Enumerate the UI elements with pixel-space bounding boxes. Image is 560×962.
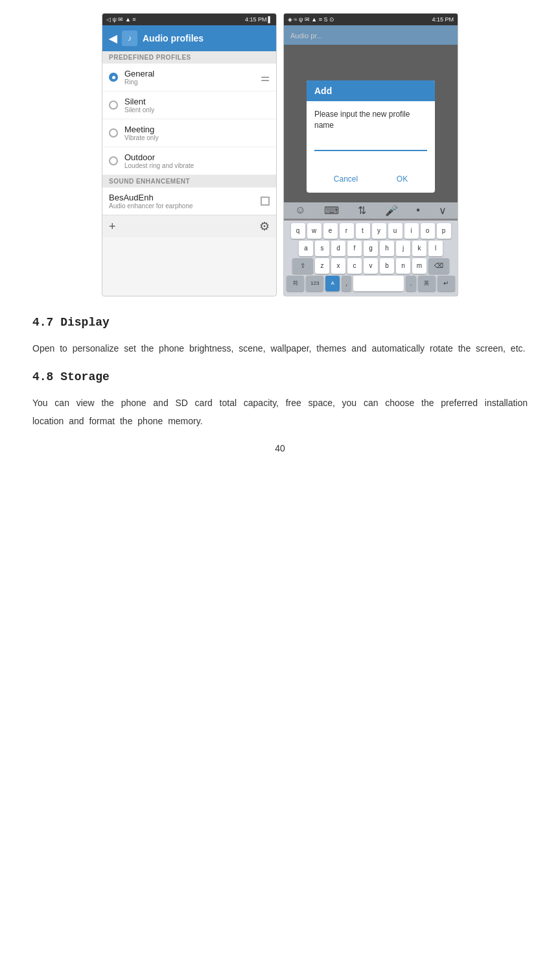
general-settings-icon[interactable]: ⚌ [261, 71, 270, 84]
profile-name-input[interactable] [314, 138, 427, 151]
key-v[interactable]: v [364, 258, 378, 274]
key-q[interactable]: q [291, 223, 305, 239]
keyboard-tool-chevron[interactable]: ∨ [439, 204, 447, 217]
section-48: 4.8 Storage You can view the phone and S… [26, 370, 534, 430]
dialog-cancel-button[interactable]: Cancel [323, 172, 368, 186]
key-l[interactable]: l [428, 241, 443, 256]
key-o[interactable]: o [421, 223, 435, 239]
left-header-title: Audio profiles [143, 33, 204, 43]
general-profile-text: General Ring [124, 69, 254, 86]
right-status-bar: ◈ ≈ ψ ✉ ▲ ≡ S ⊙ 4:15 PM [284, 14, 458, 25]
key-lang-icon[interactable]: A [325, 276, 339, 291]
silent-radio[interactable] [109, 101, 118, 110]
dialog-prompt: Please input the new profile name [314, 109, 427, 131]
key-backspace[interactable]: ⌫ [428, 258, 449, 274]
key-space[interactable] [353, 276, 404, 291]
key-r[interactable]: r [340, 223, 354, 239]
right-app-header-bg: Audio pr... [284, 25, 458, 45]
left-status-left-text: ◁ ψ ✉ ▲ ≡ [106, 16, 136, 23]
key-123[interactable]: 123 [306, 276, 323, 291]
key-c[interactable]: c [347, 258, 362, 274]
key-h[interactable]: h [380, 241, 394, 256]
outdoor-profile-sub: Loudest ring and vibrate [124, 162, 270, 169]
right-status-left: ◈ ≈ ψ ✉ ▲ ≡ S ⊙ [288, 16, 334, 23]
key-english[interactable]: 英 [418, 276, 436, 291]
besaudenh-checkbox[interactable] [261, 197, 270, 206]
key-period[interactable]: . [406, 276, 416, 291]
key-f[interactable]: f [347, 241, 362, 256]
screenshots-row: ◁ ψ ✉ ▲ ≡ 4:15 PM ▌ ◀ ♪ Audio profiles P… [26, 13, 534, 296]
back-arrow-icon[interactable]: ◀ [109, 32, 117, 45]
besaudenh-name: BesAudEnh [109, 193, 254, 202]
key-x[interactable]: x [331, 258, 345, 274]
key-j[interactable]: j [396, 241, 410, 256]
key-shift[interactable]: ⇧ [292, 258, 313, 274]
silent-profile-sub: Silent only [124, 106, 270, 114]
key-b[interactable]: b [380, 258, 394, 274]
meeting-radio[interactable] [109, 128, 118, 138]
profile-settings-button[interactable]: ⚙ [259, 219, 270, 234]
key-y[interactable]: y [372, 223, 386, 239]
right-status-left-text: ◈ ≈ ψ ✉ ▲ ≡ S ⊙ [288, 16, 334, 23]
meeting-profile-item[interactable]: Meeting Vibrate only [102, 119, 276, 147]
besaudenh-text: BesAudEnh Audio enhancer for earphone [109, 193, 254, 210]
key-w[interactable]: w [307, 223, 321, 239]
key-p[interactable]: p [437, 223, 451, 239]
section-47: 4.7 Display Open to personalize set the … [26, 316, 534, 357]
right-time: 4:15 PM [432, 16, 454, 23]
section-47-body: Open to personalize set the phone bright… [32, 339, 528, 357]
key-s[interactable]: s [315, 241, 329, 256]
keyboard-tool-dots[interactable]: • [416, 204, 420, 217]
silent-profile-text: Silent Silent only [124, 97, 270, 114]
add-profile-button[interactable]: + [109, 220, 116, 234]
key-a[interactable]: a [299, 241, 313, 256]
key-i[interactable]: i [404, 223, 419, 239]
general-radio[interactable] [109, 73, 118, 82]
keyboard-tool-move[interactable]: ⇅ [358, 204, 366, 217]
dialog-content: Please input the new profile name [307, 101, 435, 168]
general-profile-name: General [124, 69, 254, 78]
meeting-profile-text: Meeting Vibrate only [124, 125, 270, 141]
key-symbol[interactable]: 符 [286, 276, 304, 291]
left-app-header: ◀ ♪ Audio profiles [102, 25, 276, 51]
key-g[interactable]: g [364, 241, 378, 256]
key-m[interactable]: m [412, 258, 426, 274]
outdoor-radio[interactable] [109, 156, 118, 165]
left-status-bar: ◁ ψ ✉ ▲ ≡ 4:15 PM ▌ [102, 14, 276, 25]
keyboard-tool-mic[interactable]: 🎤 [385, 204, 398, 217]
outdoor-profile-item[interactable]: Outdoor Loudest ring and vibrate [102, 147, 276, 175]
keyboard-tool-emoji[interactable]: ☺ [295, 204, 305, 217]
keyboard-row-4: 符 123 A , . 英 ↵ [286, 276, 455, 291]
keyboard-area: q w e r t y u i o p a s d f g [284, 221, 458, 296]
key-k[interactable]: k [412, 241, 426, 256]
page-container: ◁ ψ ✉ ▲ ≡ 4:15 PM ▌ ◀ ♪ Audio profiles P… [0, 0, 560, 479]
audio-profile-icon: ♪ [122, 30, 137, 46]
keyboard-row-2: a s d f g h j k l [286, 241, 455, 256]
key-d[interactable]: d [331, 241, 345, 256]
key-n[interactable]: n [396, 258, 410, 274]
key-e[interactable]: e [323, 223, 338, 239]
general-profile-item[interactable]: General Ring ⚌ [102, 64, 276, 91]
add-profile-dialog: Add Please input the new profile name Ca… [307, 80, 435, 193]
meeting-profile-sub: Vibrate only [124, 134, 270, 141]
dialog-buttons: Cancel OK [307, 168, 435, 193]
outdoor-profile-name: Outdoor [124, 152, 270, 162]
key-u[interactable]: u [388, 223, 402, 239]
key-t[interactable]: t [356, 223, 370, 239]
section-48-body: You can view the phone and SD card total… [32, 394, 528, 430]
key-enter[interactable]: ↵ [438, 276, 455, 291]
general-profile-sub: Ring [124, 78, 254, 86]
left-bottom-toolbar: + ⚙ [102, 215, 276, 237]
left-status-icons: ◁ ψ ✉ ▲ ≡ [106, 16, 136, 23]
key-comma[interactable]: , [342, 276, 352, 291]
keyboard-tool-layout[interactable]: ⌨ [324, 204, 339, 217]
predefined-profiles-label: PREDEFINED PROFILES [102, 51, 276, 64]
meeting-profile-name: Meeting [124, 125, 270, 134]
dialog-title: Add [307, 80, 435, 101]
keyboard-toolbar: ☺ ⌨ ⇅ 🎤 • ∨ [284, 202, 458, 219]
dialog-ok-button[interactable]: OK [386, 172, 418, 186]
key-z[interactable]: z [315, 258, 329, 274]
silent-profile-name: Silent [124, 97, 270, 106]
silent-profile-item[interactable]: Silent Silent only [102, 91, 276, 119]
besaudenh-item[interactable]: BesAudEnh Audio enhancer for earphone [102, 187, 276, 215]
